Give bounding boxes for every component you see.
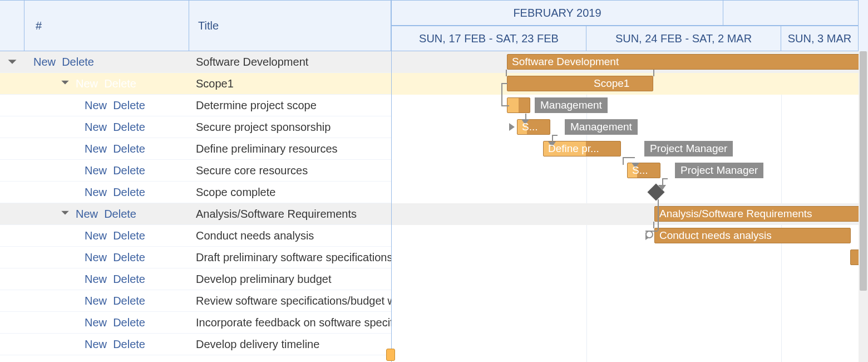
resource-badge: Management [535,97,608,113]
row-title: Conduct needs analysis [189,229,391,242]
col-title[interactable]: Title [189,0,391,51]
new-link[interactable]: New [85,338,107,351]
grid-header: # Title [0,0,391,51]
grid-row[interactable]: New DeleteIncorporate feedback on softwa… [0,312,391,334]
month-cell [723,0,859,26]
row-title: Scope1 [189,77,391,90]
grid-row[interactable]: New DeleteSecure core resources [0,160,391,182]
timeline-header: FEBRUARY 2019 SUN, 17 FEB - SAT, 23 FEBS… [392,0,868,51]
grid-row[interactable]: New DeleteScope1 [0,73,391,95]
grid-row[interactable]: New DeleteScope complete [0,182,391,203]
row-title: Develop delivery timeline [189,338,391,351]
row-actions-cell: New Delete [24,186,189,199]
grid-row[interactable]: New DeleteDevelop delivery timeline [0,334,391,355]
grid-row[interactable]: New DeleteConduct needs analysis [0,225,391,247]
chevron-down-icon[interactable] [60,208,70,218]
grid-row[interactable]: New DeleteSecure project sponsorship [0,116,391,138]
chevron-down-icon[interactable] [60,77,70,87]
timeline-row [392,290,868,312]
col-numactions[interactable]: # [24,0,189,51]
row-title: Secure core resources [189,164,391,177]
row-title: Develop preliminary budget [189,273,391,286]
new-link[interactable]: New [85,121,107,134]
row-title: Scope complete [189,186,391,199]
summary-bar[interactable]: Analysis/Software Requirements [654,206,868,222]
new-link[interactable]: New [76,77,98,90]
resource-badge: Project Manager [675,163,763,178]
timeline-row: Conduct needs analysis [392,225,868,247]
timeline-row [392,312,868,334]
grid-row[interactable]: New DeleteDetermine project scope [0,95,391,116]
row-title: Software Development [189,56,391,69]
grid-row[interactable]: New DeleteDraft preliminary software spe… [0,247,391,268]
task-bar[interactable]: S... [517,119,550,135]
grid-body: New DeleteSoftware DevelopmentNew Delete… [0,51,391,362]
timeline-row: Management [392,95,868,116]
row-title: Draft preliminary software specification… [189,251,391,264]
grid-row[interactable]: New DeleteDefine preliminary resources [0,138,391,160]
vertical-scrollbar[interactable] [859,51,868,362]
timeline-row [392,247,868,268]
chevron-down-icon[interactable] [7,56,18,67]
delete-link[interactable]: Delete [62,56,94,69]
row-actions-cell: New Delete [24,56,189,69]
delete-link[interactable]: Delete [113,251,145,264]
summary-bar[interactable]: Software Development [507,54,868,70]
timeline-body[interactable]: Software DevelopmentScope1ManagementS...… [392,51,868,362]
grid-row[interactable]: New DeleteAnalysis/Software Requirements [0,203,391,225]
new-link[interactable]: New [85,251,107,264]
row-actions-cell: New Delete [24,338,189,351]
grid-row[interactable]: New DeleteReview software specifications… [0,290,391,312]
splitter-handle[interactable] [386,349,395,361]
timeline-row [392,268,868,290]
delete-link[interactable]: Delete [104,77,136,90]
grid-row[interactable]: New DeleteSoftware Development [0,51,391,73]
delete-link[interactable]: Delete [104,208,136,221]
delete-link[interactable]: Delete [113,99,145,112]
grid-row[interactable]: New DeleteDevelop preliminary budget [0,268,391,290]
row-actions-cell: New Delete [24,316,189,329]
new-link[interactable]: New [85,273,107,286]
col-expand [0,0,24,51]
row-title: Determine project scope [189,99,391,112]
row-title: Define preliminary resources [189,143,391,155]
row-actions-cell: New Delete [24,295,189,307]
new-link[interactable]: New [85,99,107,112]
delete-link[interactable]: Delete [113,295,145,307]
task-bar[interactable]: Define pr... [543,141,621,156]
timeline-row: S...Project Manager [392,160,868,182]
timeline-row: Analysis/Software Requirements [392,203,868,225]
new-link[interactable]: New [85,164,107,177]
delete-link[interactable]: Delete [113,316,145,329]
row-actions-cell: New Delete [24,121,189,134]
row-title: Incorporate feedback on software specifi… [189,316,391,329]
row-actions-cell: New Delete [24,229,189,242]
row-title: Review software specifications/budget wi… [189,295,391,307]
delete-link[interactable]: Delete [113,229,145,242]
gantt-pane: FEBRUARY 2019 SUN, 17 FEB - SAT, 23 FEBS… [392,0,868,362]
new-link[interactable]: New [85,316,107,329]
new-link[interactable]: New [76,208,98,221]
delete-link[interactable]: Delete [113,164,145,177]
new-link[interactable]: New [85,186,107,199]
row-actions-cell: New Delete [24,273,189,286]
row-title: Analysis/Software Requirements [189,208,391,221]
new-link[interactable]: New [33,56,56,69]
delete-link[interactable]: Delete [113,338,145,351]
task-bar[interactable]: Conduct needs analysis [654,228,851,243]
delete-link[interactable]: Delete [113,186,145,199]
new-link[interactable]: New [85,295,107,307]
task-bar[interactable] [507,97,530,113]
delete-link[interactable]: Delete [113,273,145,286]
task-bar[interactable]: S... [627,163,660,178]
delete-link[interactable]: Delete [113,143,145,155]
week-cell: SUN, 24 FEB - SAT, 2 MAR [586,26,781,51]
delete-link[interactable]: Delete [113,121,145,134]
timeline-row: Software Development [392,51,868,73]
resource-badge: Project Manager [644,141,733,156]
summary-bar[interactable]: Scope1 [507,76,653,91]
row-actions-cell: New Delete [24,164,189,177]
new-link[interactable]: New [85,229,107,242]
resource-badge: Management [565,119,638,135]
new-link[interactable]: New [85,143,107,155]
